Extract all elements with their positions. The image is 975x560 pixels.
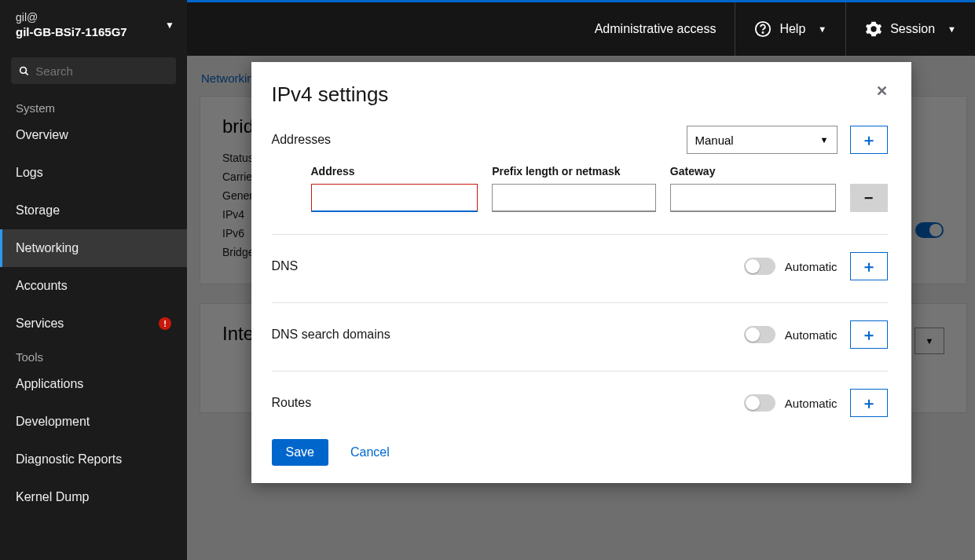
host-user: gil@ bbox=[16, 11, 127, 24]
sidebar-item-label: Applications bbox=[16, 377, 83, 391]
sidebar-item-label: Development bbox=[16, 415, 90, 429]
field-label: Gateway bbox=[670, 165, 836, 178]
chevron-down-icon: ▼ bbox=[818, 24, 827, 34]
minus-icon: − bbox=[864, 189, 874, 207]
field-label: Prefix length or netmask bbox=[492, 165, 656, 178]
address-mode-select[interactable]: Manual ▼ bbox=[687, 126, 838, 154]
svg-line-1 bbox=[25, 72, 27, 75]
modal-title: IPv4 settings bbox=[272, 82, 389, 107]
svg-point-3 bbox=[763, 32, 764, 33]
chevron-down-icon: ▼ bbox=[948, 24, 956, 34]
sidebar-item-kernel-dump[interactable]: Kernel Dump bbox=[0, 478, 187, 516]
section-label: Routes bbox=[272, 396, 312, 410]
modal-overlay: IPv4 settings ✕ Addresses Manual ▼ ＋ bbox=[187, 56, 975, 560]
plus-icon: ＋ bbox=[861, 130, 877, 151]
prefix-input[interactable] bbox=[492, 184, 656, 212]
sidebar-item-diagnostic-reports[interactable]: Diagnostic Reports bbox=[0, 441, 187, 478]
ipv4-settings-modal: IPv4 settings ✕ Addresses Manual ▼ ＋ bbox=[251, 62, 911, 483]
sidebar-item-applications[interactable]: Applications bbox=[0, 365, 187, 403]
topbar-label: Session bbox=[890, 22, 935, 36]
nav-section-tools: Tools bbox=[0, 342, 187, 365]
sidebar-item-storage[interactable]: Storage bbox=[0, 192, 187, 229]
admin-access-button[interactable]: Administrative access bbox=[576, 2, 735, 56]
toggle-label: Automatic bbox=[785, 260, 838, 273]
help-icon bbox=[754, 20, 772, 38]
sidebar-item-label: Diagnostic Reports bbox=[16, 452, 122, 467]
plus-icon: ＋ bbox=[861, 256, 877, 277]
addresses-section: Addresses Manual ▼ ＋ Address bbox=[272, 126, 888, 235]
gateway-input[interactable] bbox=[670, 184, 836, 212]
sidebar-item-logs[interactable]: Logs bbox=[0, 154, 187, 192]
plus-icon: ＋ bbox=[861, 324, 877, 346]
add-dns-button[interactable]: ＋ bbox=[850, 252, 888, 280]
nav-section-system: System bbox=[0, 93, 187, 116]
add-address-button[interactable]: ＋ bbox=[850, 126, 888, 154]
add-route-button[interactable]: ＋ bbox=[850, 389, 888, 417]
topbar: Administrative access Help ▼ Session ▼ bbox=[187, 2, 975, 56]
sidebar-item-label: Services bbox=[16, 317, 64, 331]
close-icon[interactable]: ✕ bbox=[876, 82, 888, 100]
save-button[interactable]: Save bbox=[272, 439, 328, 466]
address-row: Address Prefix length or netmask Gateway… bbox=[272, 165, 888, 212]
add-dns-search-button[interactable]: ＋ bbox=[850, 320, 888, 349]
address-input[interactable] bbox=[311, 184, 478, 212]
routes-section: Routes Automatic ＋ bbox=[272, 389, 888, 423]
sidebar-item-label: Accounts bbox=[16, 279, 68, 293]
dns-search-automatic-toggle[interactable] bbox=[744, 326, 775, 343]
sidebar-item-label: Logs bbox=[16, 166, 43, 180]
host-name: gil-GB-BSi7-1165G7 bbox=[16, 25, 127, 38]
help-menu[interactable]: Help ▼ bbox=[735, 2, 845, 56]
section-label: Addresses bbox=[272, 133, 332, 147]
dns-automatic-toggle[interactable] bbox=[744, 258, 775, 275]
plus-icon: ＋ bbox=[861, 393, 877, 414]
toggle-label: Automatic bbox=[785, 397, 838, 410]
sidebar-item-development[interactable]: Development bbox=[0, 403, 187, 441]
chevron-down-icon: ▼ bbox=[165, 20, 174, 31]
chevron-down-icon: ▼ bbox=[820, 135, 829, 145]
main-area: Administrative access Help ▼ Session ▼ N… bbox=[187, 0, 975, 560]
section-label: DNS search domains bbox=[272, 328, 390, 342]
host-selector[interactable]: gil@ gil-GB-BSi7-1165G7 ▼ bbox=[0, 0, 187, 51]
dns-section: DNS Automatic ＋ bbox=[272, 252, 888, 303]
gear-icon bbox=[865, 20, 882, 38]
dns-search-section: DNS search domains Automatic ＋ bbox=[272, 320, 888, 372]
topbar-label: Administrative access bbox=[595, 22, 717, 36]
sidebar-item-label: Overview bbox=[16, 128, 68, 142]
sidebar-item-services[interactable]: Services ! bbox=[0, 305, 187, 342]
search-input-wrap[interactable] bbox=[11, 57, 176, 84]
alert-badge-icon: ! bbox=[159, 317, 171, 330]
sidebar-item-label: Kernel Dump bbox=[16, 490, 89, 504]
sidebar-item-networking[interactable]: Networking bbox=[0, 229, 187, 267]
remove-address-button[interactable]: − bbox=[850, 184, 888, 212]
topbar-label: Help bbox=[779, 22, 805, 36]
cancel-button[interactable]: Cancel bbox=[350, 445, 390, 459]
sidebar-item-accounts[interactable]: Accounts bbox=[0, 267, 187, 305]
sidebar: gil@ gil-GB-BSi7-1165G7 ▼ System Overvie… bbox=[0, 0, 187, 560]
session-menu[interactable]: Session ▼ bbox=[845, 2, 975, 56]
field-label: Address bbox=[311, 165, 478, 178]
search-input[interactable] bbox=[35, 64, 168, 78]
select-value: Manual bbox=[695, 134, 734, 147]
search-icon bbox=[19, 65, 29, 77]
sidebar-item-overview[interactable]: Overview bbox=[0, 116, 187, 154]
sidebar-item-label: Networking bbox=[16, 241, 79, 255]
toggle-label: Automatic bbox=[785, 328, 838, 342]
sidebar-item-label: Storage bbox=[16, 203, 60, 218]
svg-point-0 bbox=[20, 67, 27, 73]
section-label: DNS bbox=[272, 259, 299, 273]
routes-automatic-toggle[interactable] bbox=[744, 394, 775, 412]
